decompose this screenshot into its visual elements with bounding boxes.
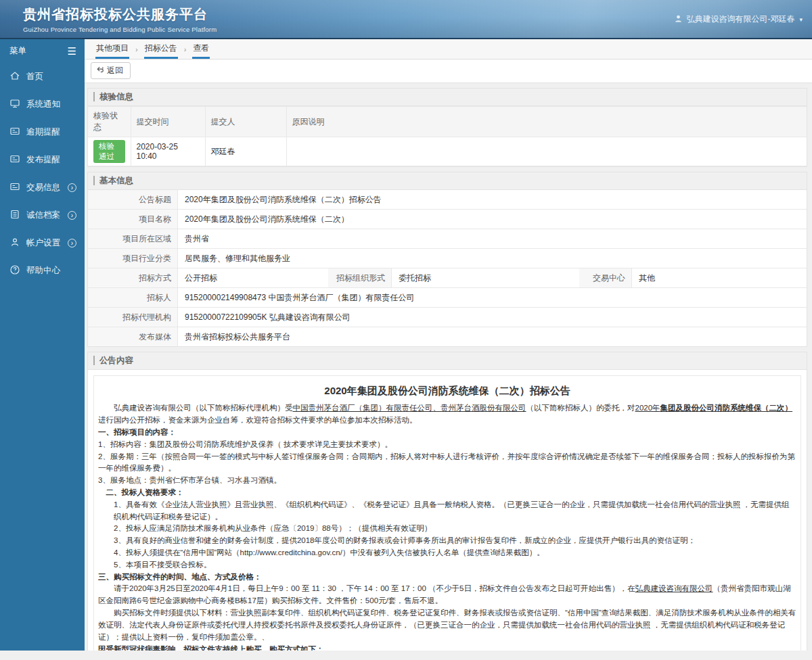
menu-label: 菜单 <box>9 45 26 57</box>
status-badge: 核验通过 <box>93 140 125 163</box>
platform-subtitle: GuiZhou Province Tendering and Bidding P… <box>23 26 217 33</box>
announcement-paragraph: 二、投标人资格要求： <box>98 487 796 499</box>
sidebar: 菜单 ☰ 首页 系统通知 逾期提醒 发布提醒 交易信息 <box>0 39 85 651</box>
sidebar-item-transaction-info[interactable]: 交易信息 › <box>0 174 85 202</box>
verify-col-person: 提交人 <box>205 107 286 137</box>
monitor-icon <box>9 98 20 111</box>
submit-person: 邓廷春 <box>205 137 286 166</box>
sidebar-item-notifications[interactable]: 系统通知 <box>0 91 85 118</box>
announcement-paragraph: 1、具备有效《企业法人营业执照》且营业执照、《组织机构代码证》、《税务登记证》且… <box>98 499 796 523</box>
basic-info-section: 基本信息 公告标题 2020年集团及股份公司消防系统维保（二次）招标公告 项目名… <box>87 172 807 347</box>
table-row: 核验通过 2020-03-25 10:40 邓廷春 <box>88 137 807 166</box>
card-icon <box>9 181 20 194</box>
announcement-paragraph: 1、招标内容：集团及股份公司消防系统维护及保养（ 技术要求详见主要技术要求）。 <box>98 439 796 451</box>
sidebar-item-home[interactable]: 首页 <box>0 63 85 91</box>
verify-section-title: 核验信息 <box>88 89 807 106</box>
announcement-paragraph: 4、投标人须提供在“信用中国”网站（http://www.creditchina… <box>98 547 796 559</box>
user-icon <box>9 237 20 250</box>
back-button[interactable]: 返回 <box>91 62 131 79</box>
user-name: 弘典建设咨询有限公司-邓廷春 <box>686 14 794 25</box>
basic-row-announcement-title: 公告标题 2020年集团及股份公司消防系统维保（二次）招标公告 <box>88 190 807 210</box>
announcement-paragraph: 弘典建设咨询有限公司（以下简称招标代理机构）受中国贵州茅台酒厂（集团）有限责任公… <box>98 402 796 427</box>
breadcrumb-separator: › <box>135 45 138 59</box>
chevron-down-icon: ▾ <box>799 16 803 23</box>
help-icon <box>9 264 20 277</box>
breadcrumb-item-tender-announcement[interactable]: 招标公告 <box>144 43 178 59</box>
announcement-body: 2020年集团及股份公司消防系统维保（二次）招标公告弘典建设咨询有限公司（以下简… <box>93 375 801 651</box>
verify-table: 核验状态 提交时间 提交人 原因说明 核验通过 2020-03-25 10:40… <box>88 106 807 166</box>
basic-row-project-name: 项目名称 2020年集团及股份公司消防系统维保（二次） <box>88 210 807 229</box>
announcement-paragraph: 三、购买招标文件的时间、地点、方式及价格： <box>98 571 796 584</box>
toolbar: 返回 <box>85 60 812 83</box>
basic-row-industry: 项目行业分类 居民服务、修理和其他服务业 <box>88 249 807 268</box>
chevron-right-icon: › <box>68 211 76 220</box>
breadcrumb-separator: › <box>184 45 187 59</box>
sidebar-item-credit-archive[interactable]: 诚信档案 › <box>0 202 85 229</box>
announcement-paragraph: 一、招标项目的内容： <box>98 427 796 439</box>
basic-row-publish-media: 发布媒体 贵州省招标投标公共服务平台 <box>88 327 807 346</box>
sidebar-item-help-center[interactable]: 帮助中心 <box>0 257 85 285</box>
person-icon <box>674 14 683 25</box>
back-arrow-icon <box>96 66 104 76</box>
verify-col-time: 提交时间 <box>131 107 205 137</box>
breadcrumb-item-view[interactable]: 查看 <box>192 43 210 59</box>
verify-col-reason: 原因说明 <box>286 107 807 137</box>
sidebar-item-publish-reminder[interactable]: 发布提醒 <box>0 146 85 174</box>
announcement-paragraph: 2、投标人应满足消防技术服务机构从业条件（应急〔2019〕88号）；（提供相关有… <box>98 523 796 535</box>
card-icon <box>9 154 20 166</box>
user-menu[interactable]: 弘典建设咨询有限公司-邓廷春 ▾ <box>674 0 812 25</box>
sidebar-nav: 首页 系统通知 逾期提醒 发布提醒 交易信息 › 诚信档案 <box>0 63 85 285</box>
basic-row-tenderer: 招标人 915200002149908473 中国贵州茅台酒厂（集团）有限责任公… <box>88 288 807 308</box>
sidebar-item-account-settings[interactable]: 帐户设置 › <box>0 229 85 257</box>
breadcrumb: 其他项目 › 招标公告 › 查看 <box>85 39 812 60</box>
chevron-right-icon: › <box>68 239 76 248</box>
home-icon <box>9 70 20 83</box>
verify-section: 核验信息 核验状态 提交时间 提交人 原因说明 核验通过 2020-03-25 … <box>87 88 807 167</box>
main-content: 其他项目 › 招标公告 › 查看 返回 核验信息 <box>85 39 812 651</box>
announcement-paragraph: 购买招标文件时须提供以下材料：营业执照副本复印件、组织机构代码证复印件、税务登记… <box>98 607 796 643</box>
card-icon <box>9 126 20 139</box>
announcement-paragraph: 请于2020年3月25日至2020年4月1日，每日上午9：00 至 11：30 … <box>98 583 796 607</box>
brand: 贵州省招标投标公共服务平台 GuiZhou Province Tendering… <box>0 0 217 33</box>
verify-col-status: 核验状态 <box>88 107 131 137</box>
basic-row-agency: 招标代理机构 91520000722109905K 弘典建设咨询有限公司 <box>88 308 807 327</box>
top-header: 贵州省招标投标公共服务平台 GuiZhou Province Tendering… <box>0 0 812 39</box>
announcement-section-title: 公告内容 <box>88 352 807 370</box>
announcement-paragraph: 3、服务地点：贵州省仁怀市茅台镇、习水县习酒镇。 <box>98 475 796 487</box>
announcement-paragraph: 因受新型冠状病毒影响，招标文件支持线上购买，购买方式如下： <box>98 644 796 651</box>
basic-row-bidding-method: 招标方式 公开招标 招标组织形式 委托招标 交易中心 其他 <box>88 268 807 288</box>
announcement-paragraph: 3、具有良好的商业信誉和健全的财务会计制度，提供2018年度公司的财务报表或会计… <box>98 535 796 547</box>
announcement-paragraph: 2、服务期：三年（按照合同一年一签的模式与中标人签订维保服务合同；合同期内，招标… <box>98 451 796 475</box>
platform-title: 贵州省招标投标公共服务平台 <box>23 5 217 24</box>
announcement-paragraph: 2020年集团及股份公司消防系统维保（二次）招标公告 <box>98 383 796 398</box>
basic-section-title: 基本信息 <box>88 172 807 190</box>
submit-time: 2020-03-25 10:40 <box>131 137 205 166</box>
sidebar-item-overdue-reminder[interactable]: 逾期提醒 <box>0 118 85 146</box>
hamburger-icon[interactable]: ☰ <box>68 46 76 56</box>
breadcrumb-item-other-projects[interactable]: 其他项目 <box>95 43 129 59</box>
reason <box>286 137 807 166</box>
chevron-right-icon: › <box>68 183 76 192</box>
page-footer <box>0 651 812 660</box>
announcement-paragraph: 5、本项目不接受联合投标。 <box>98 559 796 571</box>
list-icon <box>9 209 20 222</box>
basic-row-region: 项目所在区域 贵州省 <box>88 229 807 249</box>
announcement-section: 公告内容 2020年集团及股份公司消防系统维保（二次）招标公告弘典建设咨询有限公… <box>87 352 807 651</box>
